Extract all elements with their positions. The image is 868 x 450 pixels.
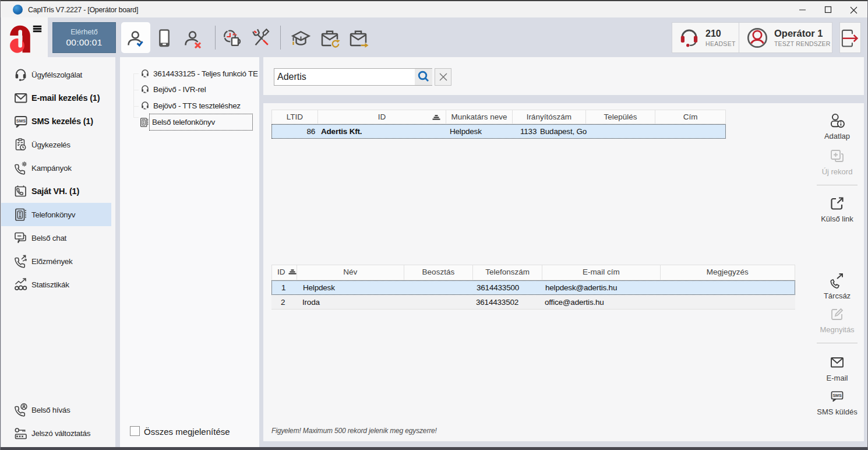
svg-text:SMS: SMS	[832, 393, 842, 398]
svg-text:SMS: SMS	[16, 118, 26, 123]
